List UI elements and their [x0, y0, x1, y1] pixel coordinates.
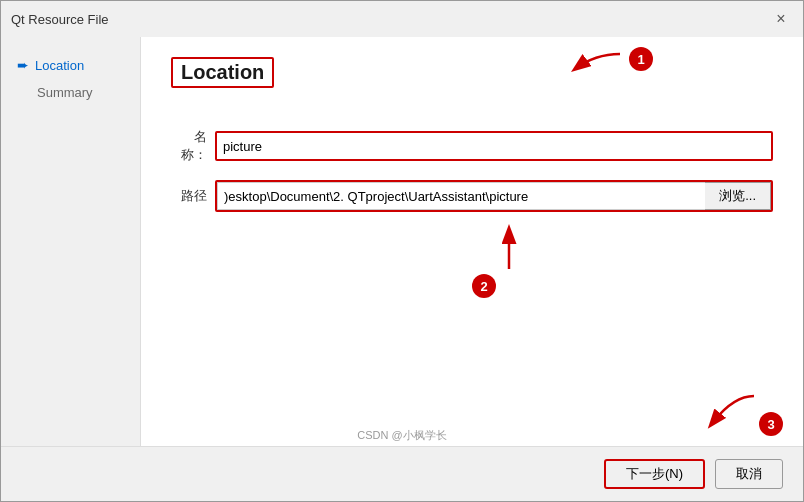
sidebar-item-location[interactable]: ➨ Location	[11, 53, 130, 77]
sidebar-summary-label: Summary	[37, 85, 93, 100]
arrow-3-svg	[699, 391, 759, 431]
name-label: 名称：	[171, 128, 207, 164]
title-bar: Qt Resource File ×	[1, 1, 803, 37]
path-input-container: 浏览...	[215, 180, 773, 212]
sidebar-arrow-icon: ➨	[17, 57, 29, 73]
annotation-2-area: 2	[171, 228, 773, 308]
name-input[interactable]	[217, 133, 771, 159]
next-btn-wrapper: 下一步(N)	[604, 459, 705, 489]
name-row: 名称：	[171, 128, 773, 164]
section-title: Location	[171, 57, 274, 88]
watermark: CSDN @小枫学长	[357, 428, 446, 443]
cancel-button[interactable]: 取消	[715, 459, 783, 489]
arrow-2-svg	[484, 224, 534, 274]
path-input[interactable]	[217, 182, 705, 210]
name-input-wrapper	[215, 131, 773, 161]
browse-button[interactable]: 浏览...	[705, 182, 771, 210]
annotation-2: 2	[472, 274, 496, 298]
sidebar: ➨ Location Summary	[1, 37, 141, 446]
dialog-footer: 下一步(N) 取消 3	[1, 446, 803, 501]
close-button[interactable]: ×	[769, 7, 793, 31]
next-button[interactable]: 下一步(N)	[604, 459, 705, 489]
annotation-1: 1	[629, 47, 653, 71]
arrow-1-svg	[565, 49, 625, 79]
sidebar-item-summary[interactable]: Summary	[11, 81, 130, 104]
path-label: 路径	[171, 187, 207, 205]
dialog-body: ➨ Location Summary Location 1	[1, 37, 803, 446]
section-title-container: Location 1	[171, 57, 773, 108]
main-content: Location 1 名称：	[141, 37, 803, 446]
sidebar-location-label: Location	[35, 58, 84, 73]
dialog-title: Qt Resource File	[11, 12, 109, 27]
annotation-3: 3	[759, 412, 783, 436]
path-row: 路径 浏览...	[171, 180, 773, 212]
qt-resource-dialog: Qt Resource File × ➨ Location Summary Lo…	[0, 0, 804, 502]
